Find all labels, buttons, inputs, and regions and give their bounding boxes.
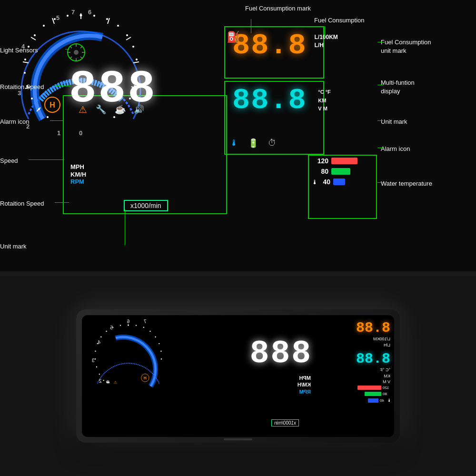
speedo-num-0: 0	[79, 129, 82, 137]
svg-text:7: 7	[144, 319, 147, 324]
device-fuel-lh: L/H	[356, 342, 390, 348]
svg-point-24	[117, 25, 119, 27]
svg-point-58	[143, 327, 144, 328]
svg-point-59	[149, 331, 150, 332]
device-content: 6 5 4 3 2 7 H ⚠ ☕ 888 MPH	[82, 315, 394, 437]
line-unit-right	[377, 120, 383, 121]
device-multi-km: KM	[356, 373, 390, 379]
svg-point-60	[155, 337, 156, 337]
label-water-temp: Water temperature	[381, 180, 432, 187]
svg-point-46	[128, 324, 129, 326]
svg-point-38	[24, 59, 26, 60]
svg-point-55	[99, 374, 100, 375]
device-temp-icon: 🌡	[387, 398, 391, 403]
device-temp-40: 40	[380, 398, 386, 403]
speedo-num-5: 5	[56, 14, 60, 21]
temp-bar-blue	[333, 178, 345, 185]
fuel-display: 88.8 L/100KM L/H	[232, 31, 307, 60]
device-fuel-area: 8.88 L/100KM L/H	[356, 320, 390, 348]
svg-point-33	[67, 15, 69, 17]
device-fuel-units: L/100KM L/H	[356, 336, 390, 348]
svg-point-23	[106, 18, 108, 20]
svg-text:H: H	[50, 101, 55, 109]
svg-point-63	[161, 358, 162, 359]
multi-unit-temp: °C °F	[318, 88, 331, 97]
svg-point-27	[136, 59, 138, 60]
speedo-num-7: 7	[71, 9, 75, 16]
line-speed	[29, 159, 64, 160]
multi-unit-labels: °C °F KM V M	[318, 88, 331, 113]
svg-text:H: H	[144, 376, 147, 380]
line-alarm-right	[377, 148, 383, 148]
device-rpm: RPM	[298, 388, 311, 395]
svg-point-35	[43, 25, 45, 27]
svg-point-56	[103, 380, 104, 381]
multi-unit-km: KM	[318, 97, 331, 105]
water-temp-display: 120 80 🌡 40	[312, 157, 369, 188]
label-alarm-icon-right: Alarm icon	[381, 145, 410, 152]
device-mph: MPH	[298, 375, 311, 381]
device-temp-bars: 120 80 🌡 40	[357, 386, 391, 403]
label-rotation-speed-top: Rotaition Speed	[0, 83, 44, 90]
svg-point-49	[106, 331, 107, 332]
svg-point-43	[47, 116, 49, 118]
alarm-icons-row: ⚠ 🔧 ☕ 🔊	[79, 104, 144, 115]
label-fuel-mark: Fuel Consumption mark	[245, 5, 311, 12]
label-light-sensors: Light Sensors	[0, 47, 38, 54]
multi-alarm-row: 🌡 🔋 ⏱	[230, 138, 277, 149]
device-rpm-box: x1000/min	[271, 419, 299, 426]
device-temp-80: 80	[383, 392, 391, 396]
rpm-unit-box: x1000/min	[124, 200, 168, 211]
svg-text:⚠: ⚠	[114, 380, 117, 385]
temp-row-80: 80	[312, 168, 369, 175]
svg-point-36	[34, 34, 36, 36]
line-water-temp	[377, 182, 383, 183]
device-fuel-l100: L/100KM	[356, 336, 390, 342]
fuel-unit-labels: L/100KM L/H	[314, 33, 337, 50]
label-fuel-consumption: Fuel Consumption	[314, 17, 365, 24]
speed-mode-labels: MPH KM/H RPM	[70, 163, 86, 186]
label-speed: Speed	[0, 157, 18, 164]
speedo-num-3: 3	[18, 89, 21, 97]
fuel-value: 88.8	[232, 29, 307, 62]
svg-point-32	[113, 116, 115, 118]
temp-bar-red	[331, 158, 357, 164]
svg-point-54	[96, 367, 97, 367]
svg-text:6: 6	[127, 319, 129, 324]
svg-point-25	[126, 34, 128, 36]
device-section: 6 5 4 3 2 7 H ⚠ ☕ 888 MPH	[0, 276, 476, 476]
device-screen: 6 5 4 3 2 7 H ⚠ ☕ 888 MPH	[82, 315, 394, 437]
multi-value: 88.8	[232, 83, 307, 117]
temp-bar-green	[331, 168, 350, 175]
device-bar-blue	[368, 398, 378, 403]
alarm-icon-cup: ☕	[115, 104, 125, 115]
temp-val-40: 40	[321, 178, 330, 186]
svg-point-39	[24, 72, 26, 74]
device-bezel-bottom	[224, 438, 252, 440]
line-rotation-top	[55, 86, 71, 86]
line-fuel-unit	[377, 42, 383, 42]
svg-point-42	[38, 108, 40, 110]
line-light-sensors	[65, 49, 69, 50]
svg-point-50	[100, 337, 101, 337]
svg-point-22	[93, 15, 95, 17]
alarm-icon-engine: 🔧	[96, 104, 106, 115]
device-multi-v: V M	[356, 379, 390, 385]
svg-line-12	[126, 37, 131, 40]
alarm-icon-sound: 🔊	[134, 104, 144, 115]
fuel-pump-icon: ⛽	[227, 31, 239, 43]
svg-text:5: 5	[110, 325, 113, 330]
svg-point-34	[54, 18, 56, 20]
temp-row-40: 🌡 40	[312, 178, 369, 186]
label-fuel-unit: Fuel Consumptionunit mark	[381, 38, 431, 55]
device-unit: 6 5 4 3 2 7 H ⚠ ☕ 888 MPH	[76, 309, 400, 443]
line-rotation-bottom	[55, 202, 69, 203]
svg-point-21	[80, 14, 82, 17]
fuel-unit-lh: L/H	[314, 41, 337, 50]
multi-alarm-battery: 🔋	[248, 138, 258, 149]
line-alarm-left	[50, 120, 63, 121]
svg-point-26	[132, 46, 134, 48]
svg-point-41	[31, 98, 33, 99]
temp-val-120: 120	[312, 157, 328, 165]
multi-alarm-temp: 🌡	[230, 138, 238, 149]
